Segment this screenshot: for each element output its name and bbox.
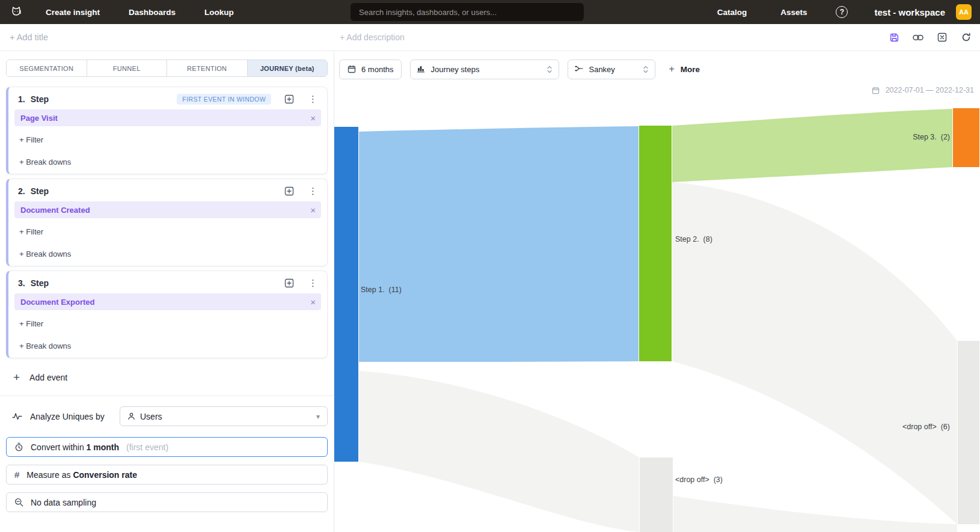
analyze-label: Analyze Uniques by	[30, 412, 105, 421]
more-button[interactable]: + More	[669, 64, 700, 75]
event-pill[interactable]: Page Visit ×	[14, 109, 321, 126]
select-chevrons-icon	[643, 65, 649, 74]
sankey-flow-step1-dropoff	[359, 371, 639, 532]
step-title: Step	[31, 186, 49, 196]
add-title-field[interactable]: + Add title	[10, 32, 48, 42]
step-header: 3. Step ⋮	[13, 277, 322, 290]
user-icon	[127, 412, 135, 420]
date-range-button[interactable]: 6 months	[339, 60, 402, 79]
calendar-icon	[872, 87, 880, 94]
tab-retention[interactable]: RETENTION	[167, 60, 248, 76]
data-sampling-control[interactable]: No data sampling	[6, 492, 328, 512]
workspace-name[interactable]: test - workspace	[874, 7, 945, 17]
sankey-icon	[574, 65, 583, 74]
chevron-down-icon: ▾	[316, 412, 320, 421]
add-breakdown-link[interactable]: + Break downs	[19, 157, 322, 167]
sankey-node-dropoff-right[interactable]	[958, 341, 979, 524]
add-breakdown-link[interactable]: + Break downs	[19, 249, 322, 258]
step-card-1: 1. Step FIRST EVENT IN WINDOW ⋮ Page Vis…	[6, 87, 328, 174]
hash-icon: #	[14, 469, 19, 480]
kebab-menu-icon[interactable]: ⋮	[308, 186, 317, 197]
tab-segmentation[interactable]: SEGMENTATION	[7, 60, 87, 76]
tab-journey[interactable]: JOURNEY (beta)	[248, 60, 328, 76]
kebab-menu-icon[interactable]: ⋮	[308, 278, 317, 289]
bar-chart-icon	[417, 64, 425, 75]
nav-create-insight[interactable]: Create insight	[46, 8, 100, 17]
convert-hint: (first event)	[126, 442, 168, 452]
step-card-3: 3. Step ⋮ Document Exported × + Filter +…	[6, 271, 328, 358]
chart-select-value: Sankey	[589, 65, 614, 74]
convert-text: Convert within 1 month	[31, 442, 119, 452]
remove-event-icon[interactable]: ×	[310, 205, 316, 215]
select-chevrons-icon	[547, 65, 553, 74]
nav-catalog[interactable]: Catalog	[717, 8, 747, 17]
step-index: 1.	[18, 94, 25, 104]
sankey-node-step1[interactable]	[334, 127, 358, 462]
calendar-icon	[348, 65, 356, 73]
help-icon[interactable]: ?	[836, 6, 848, 18]
add-filter-link[interactable]: + Filter	[19, 227, 322, 236]
analyze-row: Analyze Uniques by Users ▾	[12, 406, 328, 426]
tab-funnel[interactable]: FUNNEL	[87, 60, 168, 76]
event-pill[interactable]: Document Exported ×	[14, 293, 321, 310]
plus-icon: +	[669, 64, 674, 75]
add-step-icon[interactable]	[284, 94, 294, 104]
date-range-display: 2022-07-01 — 2022-12-31	[872, 86, 974, 94]
analyze-by-select[interactable]: Users ▾	[120, 406, 328, 426]
link-icon[interactable]	[913, 32, 923, 43]
step-index: 2.	[18, 186, 25, 196]
view-type-select[interactable]: Journey steps	[410, 60, 559, 79]
step-title: Step	[31, 94, 49, 104]
chart-type-select[interactable]: Sankey	[568, 60, 655, 79]
step-index: 3.	[18, 278, 25, 288]
step-header: 1. Step FIRST EVENT IN WINDOW ⋮	[13, 93, 322, 106]
search-input[interactable]	[351, 3, 584, 21]
view-select-value: Journey steps	[430, 65, 479, 74]
main: SEGMENTATION FUNNEL RETENTION JOURNEY (b…	[0, 51, 980, 532]
plus-icon: +	[13, 371, 20, 384]
sankey-node-step2[interactable]	[639, 126, 672, 361]
clear-canvas-icon[interactable]	[937, 32, 948, 43]
more-label: More	[681, 65, 700, 74]
left-panel: SEGMENTATION FUNNEL RETENTION JOURNEY (b…	[0, 51, 334, 532]
analyze-value: Users	[140, 412, 162, 421]
sankey-node-step3[interactable]	[953, 108, 979, 167]
add-filter-link[interactable]: + Filter	[19, 135, 322, 144]
sampling-label: No data sampling	[31, 498, 96, 507]
view-tabs: SEGMENTATION FUNNEL RETENTION JOURNEY (b…	[6, 60, 328, 77]
sankey-flow-step2-step3	[672, 109, 952, 182]
add-breakdown-link[interactable]: + Break downs	[19, 341, 322, 350]
add-step-icon[interactable]	[284, 278, 294, 288]
nav-assets[interactable]: Assets	[780, 8, 807, 17]
nav-dashboards[interactable]: Dashboards	[129, 8, 176, 17]
sankey-label-dropoff6: <drop off> (6)	[902, 423, 950, 431]
chart-panel: 6 months Journey steps	[334, 51, 980, 532]
convert-within-control[interactable]: Convert within 1 month (first event)	[6, 437, 328, 457]
measure-text: Measure as Conversion rate	[26, 470, 137, 480]
event-pill[interactable]: Document Created ×	[14, 201, 321, 218]
sankey-flow-step1-step2	[359, 126, 639, 362]
add-filter-link[interactable]: + Filter	[19, 319, 322, 328]
sankey-flow-step2-dropoff	[672, 182, 957, 524]
sampling-zoom-out-icon	[14, 498, 23, 507]
nav-lookup[interactable]: Lookup	[204, 8, 234, 17]
measure-as-control[interactable]: # Measure as Conversion rate	[6, 465, 328, 485]
remove-event-icon[interactable]: ×	[310, 113, 316, 123]
save-icon[interactable]	[889, 32, 899, 43]
event-name: Page Visit	[20, 114, 58, 123]
activity-icon	[12, 412, 22, 420]
add-step-icon[interactable]	[284, 186, 294, 196]
add-description-field[interactable]: + Add description	[340, 32, 405, 42]
remove-event-icon[interactable]: ×	[310, 297, 316, 307]
sankey-flow-dropoff-continue	[673, 496, 957, 532]
kebab-menu-icon[interactable]: ⋮	[308, 94, 317, 105]
sankey-node-dropoff-center[interactable]	[640, 457, 673, 532]
sankey-chart: Step 1. (11) Step 2. (8) Step 3. (2) <dr…	[334, 81, 979, 532]
chart-area: 2022-07-01 — 2022-12-31 Step	[334, 81, 980, 532]
avatar[interactable]: AA	[956, 4, 972, 20]
add-event-button[interactable]: + Add event	[13, 371, 334, 384]
top-nav: Create insight Dashboards Lookup Catalog…	[0, 0, 980, 24]
date-button-label: 6 months	[361, 65, 393, 74]
refresh-icon[interactable]	[961, 32, 972, 43]
cat-logo-icon[interactable]	[8, 4, 24, 20]
